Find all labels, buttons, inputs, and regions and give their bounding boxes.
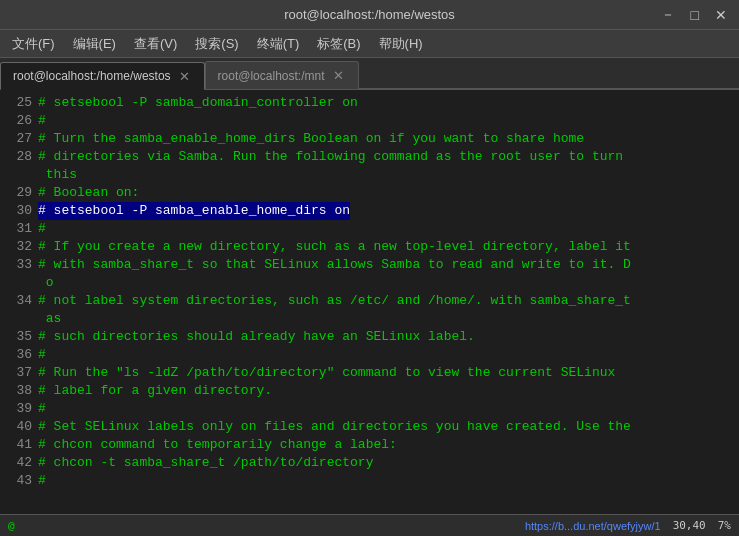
line-number: 31 xyxy=(4,220,32,238)
line-text: # Turn the samba_enable_home_dirs Boolea… xyxy=(38,130,584,148)
terminal-line: 29# Boolean on: xyxy=(0,184,739,202)
line-number: 27 xyxy=(4,130,32,148)
line-number: 29 xyxy=(4,184,32,202)
line-number: 30 xyxy=(4,202,32,220)
terminal-line: 38# label for a given directory. xyxy=(0,382,739,400)
menu-item-0[interactable]: 文件(F) xyxy=(4,33,63,55)
menu-item-3[interactable]: 搜索(S) xyxy=(187,33,246,55)
menu-bar: 文件(F)编辑(E)查看(V)搜索(S)终端(T)标签(B)帮助(H) xyxy=(0,30,739,58)
terminal-line: 28# directories via Samba. Run the follo… xyxy=(0,148,739,184)
terminal-line: 43# xyxy=(0,472,739,490)
terminal-line: 26# xyxy=(0,112,739,130)
line-number: 43 xyxy=(4,472,32,490)
line-text: # xyxy=(38,220,54,238)
status-bar: @ https://b...du.net/qwefyjyw/1 30,40 7% xyxy=(0,514,739,536)
line-number: 34 xyxy=(4,292,32,328)
menu-item-1[interactable]: 编辑(E) xyxy=(65,33,124,55)
minimize-button[interactable]: － xyxy=(657,6,679,24)
status-url: https://b...du.net/qwefyjyw/1 xyxy=(525,520,661,532)
line-number: 26 xyxy=(4,112,32,130)
terminal-line: 33# with samba_share_t so that SELinux a… xyxy=(0,256,739,292)
line-number: 40 xyxy=(4,418,32,436)
line-number: 38 xyxy=(4,382,32,400)
line-text: # If you create a new directory, such as… xyxy=(38,238,631,256)
line-text: # such directories should already have a… xyxy=(38,328,475,346)
line-number: 25 xyxy=(4,94,32,112)
menu-item-6[interactable]: 帮助(H) xyxy=(371,33,431,55)
line-text: # Set SELinux labels only on files and d… xyxy=(38,418,631,436)
line-number: 32 xyxy=(4,238,32,256)
terminal-line: 35# such directories should already have… xyxy=(0,328,739,346)
line-text: # xyxy=(38,346,54,364)
terminal-line: 41# chcon command to temporarily change … xyxy=(0,436,739,454)
line-number: 33 xyxy=(4,256,32,292)
terminal-line: 25# setsebool -P samba_domain_controller… xyxy=(0,94,739,112)
status-percent: 7% xyxy=(718,519,731,532)
line-text: # chcon command to temporarily change a … xyxy=(38,436,397,454)
terminal-line: 32# If you create a new directory, such … xyxy=(0,238,739,256)
line-number: 35 xyxy=(4,328,32,346)
title-bar: root@localhost:/home/westos － □ ✕ xyxy=(0,0,739,30)
close-button[interactable]: ✕ xyxy=(711,7,731,23)
terminal-line: 31# xyxy=(0,220,739,238)
line-number: 28 xyxy=(4,148,32,184)
tab-mnt-label: root@localhost:/mnt xyxy=(218,69,325,83)
line-number: 42 xyxy=(4,454,32,472)
tab-home-westos-label: root@localhost:/home/westos xyxy=(13,69,171,83)
terminal-line: 37# Run the "ls -ldZ /path/to/directory"… xyxy=(0,364,739,382)
line-text: # xyxy=(38,400,54,418)
terminal-line: 27# Turn the samba_enable_home_dirs Bool… xyxy=(0,130,739,148)
menu-item-4[interactable]: 终端(T) xyxy=(249,33,308,55)
terminal-line: 30# setsebool -P samba_enable_home_dirs … xyxy=(0,202,739,220)
window-title: root@localhost:/home/westos xyxy=(284,7,455,22)
terminal-line: 42# chcon -t samba_share_t /path/to/dire… xyxy=(0,454,739,472)
tab-separator xyxy=(359,58,740,89)
menu-item-2[interactable]: 查看(V) xyxy=(126,33,185,55)
line-number: 39 xyxy=(4,400,32,418)
tab-bar: root@localhost:/home/westos ✕ root@local… xyxy=(0,58,739,90)
terminal-line: 39# xyxy=(0,400,739,418)
terminal-content[interactable]: 25# setsebool -P samba_domain_controller… xyxy=(0,90,739,514)
line-text: # directories via Samba. Run the followi… xyxy=(38,148,623,184)
maximize-button[interactable]: □ xyxy=(687,7,703,23)
line-text: # label for a given directory. xyxy=(38,382,272,400)
tab-home-westos[interactable]: root@localhost:/home/westos ✕ xyxy=(0,62,205,90)
terminal-line: 36# xyxy=(0,346,739,364)
line-number: 41 xyxy=(4,436,32,454)
line-text: # setsebool -P samba_domain_controller o… xyxy=(38,94,358,112)
tab-mnt-close[interactable]: ✕ xyxy=(331,68,346,83)
status-left: @ xyxy=(8,519,15,532)
line-text: # not label system directories, such as … xyxy=(38,292,631,328)
line-text: # with samba_share_t so that SELinux all… xyxy=(38,256,631,292)
tab-mnt[interactable]: root@localhost:/mnt ✕ xyxy=(205,61,359,89)
terminal-line: 34# not label system directories, such a… xyxy=(0,292,739,328)
line-number: 37 xyxy=(4,364,32,382)
line-text: # xyxy=(38,112,54,130)
terminal-line: 40# Set SELinux labels only on files and… xyxy=(0,418,739,436)
line-number: 36 xyxy=(4,346,32,364)
window-controls: － □ ✕ xyxy=(657,6,731,24)
menu-item-5[interactable]: 标签(B) xyxy=(309,33,368,55)
status-position: 30,40 xyxy=(673,519,706,532)
line-text: # Run the "ls -ldZ /path/to/directory" c… xyxy=(38,364,615,382)
line-text: # setsebool -P samba_enable_home_dirs on xyxy=(38,202,350,220)
tab-home-westos-close[interactable]: ✕ xyxy=(177,69,192,84)
line-text: # xyxy=(38,472,54,490)
line-text: # Boolean on: xyxy=(38,184,139,202)
line-text: # chcon -t samba_share_t /path/to/direct… xyxy=(38,454,373,472)
